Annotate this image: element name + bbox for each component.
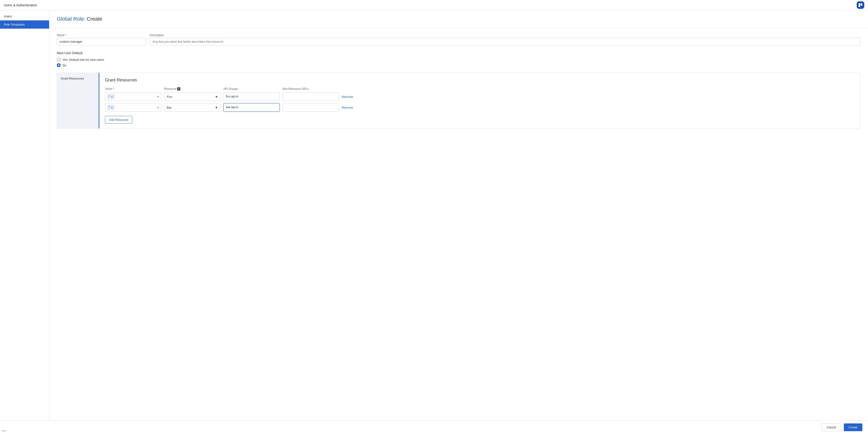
remove-row-2[interactable]: Remove [342, 106, 855, 109]
create-button[interactable]: Create [844, 424, 862, 431]
radio-no[interactable]: No [57, 63, 861, 67]
radio-no-circle [57, 63, 61, 67]
sidebar-item-users[interactable]: Users [0, 12, 49, 21]
api-groups-input-2[interactable]: bar.api.io [223, 103, 280, 112]
verbs-dropdown-arrow-2: ▼ [157, 106, 159, 109]
grant-resources-wrapper: Grant Resources Grant Resources Verbs * … [57, 73, 861, 129]
non-resource-input-1[interactable] [282, 93, 339, 101]
name-field: Name * [57, 34, 146, 45]
grant-resources-content: Grant Resources Verbs * Resource i API G… [99, 73, 860, 128]
divider [49, 28, 868, 28]
description-label: Description [150, 34, 861, 37]
radio-group: Yes: Default role for new users No [57, 58, 861, 67]
remove-verb-tag-1[interactable]: ✕ [111, 96, 113, 98]
verbs-input-2[interactable]: * ✕ ▼ [105, 103, 161, 112]
grant-resources-title: Grant Resources [105, 78, 855, 82]
description-field: Description [150, 34, 861, 45]
resource-select-2[interactable]: Bar ▼ [164, 103, 220, 112]
description-input[interactable] [150, 38, 861, 45]
resource-dropdown-arrow-2: ▼ [215, 106, 218, 109]
page-title: Global Role: Create [57, 16, 861, 22]
sidebar-item-role-templates[interactable]: Role Templates [0, 21, 49, 29]
radio-yes[interactable]: Yes: Default role for new users [57, 58, 861, 62]
dev-label: dev [2, 429, 6, 432]
resource-dropdown-arrow-1: ▼ [215, 95, 218, 99]
app-icon [857, 1, 864, 9]
layout: Users Role Templates Global Role: Create… [0, 10, 868, 421]
remove-verb-tag-2[interactable]: ✕ [111, 106, 113, 109]
gr-header: Verbs * Resource i API Groups Non-Resour… [105, 87, 855, 91]
name-label: Name * [57, 34, 146, 37]
form-row-name-desc: Name * Description [57, 34, 861, 45]
col-header-non-resource-urls: Non-Resource URLs [282, 87, 339, 91]
app-title: Users & Authentication [4, 3, 37, 7]
api-groups-input-1[interactable]: foo.api.io [223, 93, 280, 101]
svg-rect-0 [859, 3, 860, 7]
grant-resources-sidebar-label: Grant Resources [61, 77, 95, 80]
verbs-input-1[interactable]: * ✕ ▼ [105, 93, 161, 101]
footer: Cancel Create [0, 421, 868, 434]
new-user-default-label: New User Default [57, 51, 861, 55]
top-header: Users & Authentication [0, 0, 868, 10]
resource-select-1[interactable]: Foo ▼ [164, 93, 220, 101]
verbs-dropdown-arrow-1: ▼ [157, 96, 159, 98]
radio-yes-circle [57, 58, 61, 62]
grant-resource-row-2: * ✕ ▼ Bar ▼ bar.api.io Remove [105, 103, 855, 112]
col-header-resource: Resource i [164, 87, 220, 91]
remove-row-1[interactable]: Remove [342, 95, 855, 99]
resource-info-icon: i [177, 87, 180, 91]
svg-rect-1 [861, 3, 862, 6]
name-input[interactable] [57, 38, 146, 45]
verb-tag-star-1: * ✕ [107, 94, 115, 99]
add-resource-button[interactable]: Add Resource [105, 116, 132, 124]
cancel-button[interactable]: Cancel [822, 424, 841, 431]
grant-resources-sidebar: Grant Resources [57, 73, 99, 128]
verb-tag-star-2: * ✕ [107, 105, 115, 110]
sidebar: Users Role Templates [0, 10, 49, 421]
main-content: Global Role: Create Name * Description N… [49, 10, 868, 421]
col-header-api-groups: API Groups [223, 87, 280, 91]
grant-resource-row-1: * ✕ ▼ Foo ▼ foo.api.io Remove [105, 93, 855, 101]
col-header-verbs: Verbs * [105, 87, 161, 91]
non-resource-input-2[interactable] [282, 103, 339, 112]
